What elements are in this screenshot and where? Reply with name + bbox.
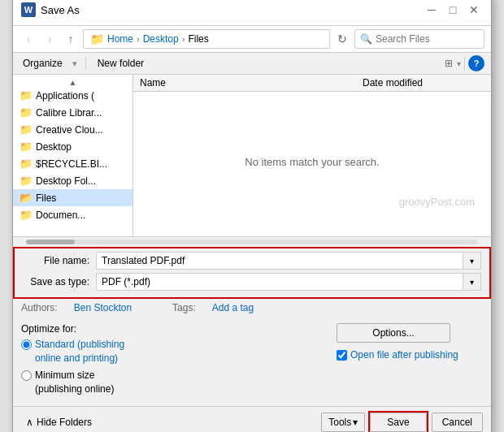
save-type-input[interactable] — [96, 273, 463, 291]
right-options: Options... Open file after publishing — [337, 323, 483, 399]
new-folder-button[interactable]: New folder — [94, 56, 147, 71]
sidebar-item-label: Calibre Librar... — [36, 107, 102, 119]
file-name-dropdown[interactable]: ▾ — [463, 252, 481, 270]
sidebar-item-label: Applications ( — [36, 90, 94, 102]
minimize-button[interactable]: ─ — [423, 1, 441, 19]
folder-icon: 📁 — [20, 209, 33, 221]
col-date-header: Date modified — [363, 77, 484, 89]
dialog-title: Save As — [41, 4, 80, 16]
sidebar-item-applications[interactable]: 📁 Applications ( — [13, 87, 133, 104]
sidebar-item-calibre[interactable]: 📁 Calibre Librar... — [13, 104, 133, 121]
title-bar: W Save As ─ □ ✕ — [13, 0, 491, 26]
save-button[interactable]: Save — [370, 413, 426, 432]
folder-icon: 📁 — [20, 140, 33, 153]
file-content: No items match your search. groovyPost.c… — [133, 92, 491, 232]
tools-label: Tools — [328, 417, 351, 428]
toolbar-separator-2 — [464, 57, 465, 70]
form-area: File name: ▾ Save as type: ▾ — [13, 247, 491, 299]
minimum-radio[interactable] — [21, 370, 32, 381]
folder-icon: 📁 — [20, 89, 33, 102]
optimize-section: Optimize for: Standard (publishing onlin… — [21, 323, 328, 399]
file-area: Name Date modified No items match your s… — [133, 75, 491, 236]
sidebar-item-label: Documen... — [36, 210, 85, 221]
minimum-radio-option: Minimum size (publishing online) — [21, 369, 328, 396]
standard-radio-option: Standard (publishing online and printing… — [21, 338, 328, 365]
organize-button[interactable]: Organize — [20, 56, 66, 71]
save-type-dropdown[interactable]: ▾ — [463, 273, 481, 291]
maximize-button[interactable]: □ — [444, 1, 462, 19]
hide-folders-label: Hide Folders — [37, 417, 92, 428]
options-button[interactable]: Options... — [337, 323, 450, 343]
file-name-row: File name: ▾ — [23, 252, 481, 270]
horizontal-scrollbar[interactable] — [13, 237, 491, 247]
sidebar-item-files[interactable]: 📂 Files — [13, 189, 133, 206]
help-button[interactable]: ? — [468, 55, 484, 71]
search-input[interactable] — [376, 33, 479, 45]
hide-folders-button[interactable]: ∧ Hide Folders — [21, 414, 97, 430]
view-arrow-icon: ▾ — [457, 59, 461, 68]
nav-bar: ‹ › ↑ 📁 Home › Desktop › Files ↻ 🔍 — [13, 26, 491, 53]
file-name-input[interactable] — [96, 252, 463, 270]
main-area: ▲ 📁 Applications ( 📁 Calibre Librar... 📁… — [13, 75, 491, 237]
breadcrumb-current: Files — [188, 33, 208, 45]
watermark: groovyPost.com — [399, 196, 475, 208]
back-button[interactable]: ‹ — [20, 30, 37, 48]
view-button[interactable]: ⊞ — [442, 56, 455, 71]
hscroll-thumb[interactable] — [26, 240, 75, 244]
folder-icon: 📁 — [20, 158, 33, 170]
file-header: Name Date modified — [133, 75, 491, 92]
standard-radio-label: Standard (publishing online and printing… — [35, 338, 124, 365]
sidebar-item-desktop-folder[interactable]: 📁 Desktop Fol... — [13, 172, 133, 189]
sidebar-scroll-up[interactable]: ▲ — [13, 78, 133, 87]
folder-open-icon: 📂 — [20, 192, 33, 204]
breadcrumb-folder-icon: 📁 — [90, 32, 104, 45]
tags-label: Tags: — [172, 302, 196, 313]
up-button[interactable]: ↑ — [62, 30, 80, 48]
col-name-header: Name — [140, 77, 363, 89]
breadcrumb: 📁 Home › Desktop › Files — [83, 29, 330, 49]
open-after-label: Open file after publishing — [350, 349, 458, 361]
tools-button[interactable]: Tools ▾ — [321, 413, 365, 432]
sidebar: ▲ 📁 Applications ( 📁 Calibre Librar... 📁… — [13, 75, 133, 236]
breadcrumb-home[interactable]: Home — [107, 33, 133, 45]
bottom-bar: ∧ Hide Folders Tools ▾ Save Cancel — [13, 406, 491, 432]
empty-message: No items match your search. — [245, 156, 379, 168]
forward-button[interactable]: › — [41, 30, 59, 48]
options-area: Optimize for: Standard (publishing onlin… — [13, 317, 491, 405]
breadcrumb-desktop[interactable]: Desktop — [143, 33, 179, 45]
hscroll-track — [26, 240, 478, 244]
open-after-publishing-row: Open file after publishing — [337, 349, 458, 361]
close-button[interactable]: ✕ — [465, 1, 483, 19]
sidebar-item-documents[interactable]: 📁 Documen... — [13, 206, 133, 223]
organize-arrow: ▾ — [72, 58, 77, 69]
search-box[interactable]: 🔍 — [354, 29, 484, 49]
folder-icon: 📁 — [20, 106, 33, 119]
breadcrumb-sep1: › — [137, 34, 140, 44]
refresh-button[interactable]: ↻ — [333, 30, 351, 48]
file-name-label: File name: — [23, 255, 96, 266]
folder-icon: 📁 — [20, 175, 33, 187]
save-button-wrapper: Save — [368, 411, 428, 432]
chevron-up-icon: ∧ — [26, 417, 33, 428]
open-after-checkbox[interactable] — [337, 350, 347, 361]
save-as-dialog: W Save As ─ □ ✕ ‹ › ↑ 📁 Home › Desktop ›… — [12, 0, 492, 432]
sidebar-item-label: Files — [36, 192, 56, 204]
sidebar-item-label: Desktop Fol... — [36, 175, 96, 187]
sidebar-item-label: Desktop — [36, 141, 72, 153]
search-icon: 🔍 — [360, 33, 372, 45]
tags-value[interactable]: Add a tag — [212, 302, 254, 313]
standard-radio[interactable] — [21, 339, 32, 350]
toolbar-separator — [85, 57, 86, 70]
authors-label: Authors: — [21, 302, 58, 313]
authors-value[interactable]: Ben Stockton — [74, 302, 132, 313]
cancel-button[interactable]: Cancel — [432, 413, 483, 432]
sidebar-item-creative[interactable]: 📁 Creative Clou... — [13, 121, 133, 138]
sidebar-item-label: Creative Clou... — [36, 124, 103, 136]
breadcrumb-sep2: › — [182, 34, 185, 44]
toolbar: Organize ▾ New folder ⊞ ▾ ? — [13, 53, 491, 75]
sidebar-item-recycle[interactable]: 📁 $RECYCLE.BI... — [13, 155, 133, 172]
bottom-right: Tools ▾ Save Cancel — [321, 411, 483, 432]
sidebar-item-desktop[interactable]: 📁 Desktop — [13, 138, 133, 155]
save-type-row: Save as type: ▾ — [23, 273, 481, 291]
meta-row: Authors: Ben Stockton Tags: Add a tag — [13, 299, 491, 317]
